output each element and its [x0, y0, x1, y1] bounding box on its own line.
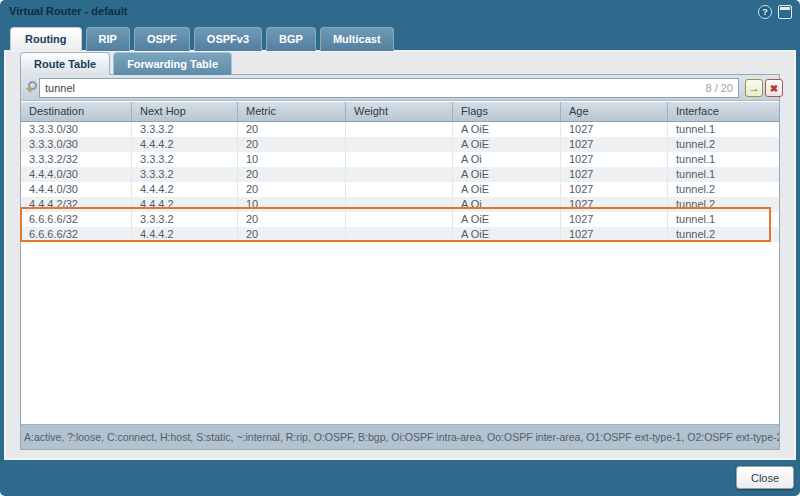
table-cell: [346, 137, 453, 152]
table-cell: 1027: [561, 152, 668, 167]
table-cell: 20: [238, 182, 346, 197]
table-cell: A OiE: [453, 212, 561, 227]
close-button[interactable]: Close: [736, 466, 794, 489]
table-cell: [346, 152, 453, 167]
tab-multicast[interactable]: Multicast: [320, 27, 394, 51]
table-cell: 20: [238, 137, 346, 152]
table-cell: [346, 122, 453, 137]
table-cell: tunnel.1: [668, 212, 779, 227]
table-cell: 3.3.3.2/32: [21, 152, 132, 167]
apply-filter-button[interactable]: →: [745, 79, 763, 97]
column-header-next-hop[interactable]: Next Hop: [132, 102, 238, 121]
table-cell: [346, 167, 453, 182]
virtual-router-dialog: Virtual Router - default ? Routing RIP O…: [0, 0, 800, 496]
column-header-metric[interactable]: Metric: [238, 102, 346, 121]
table-cell: [346, 227, 453, 242]
table-cell: A Oi: [453, 152, 561, 167]
table-cell: 4.4.4.0/30: [21, 167, 132, 182]
table-cell: A OiE: [453, 182, 561, 197]
table-cell: 6.6.6.6/32: [21, 227, 132, 242]
table-cell: 3.3.3.2: [132, 122, 238, 137]
table-cell: A OiE: [453, 137, 561, 152]
column-header-age[interactable]: Age: [561, 102, 668, 121]
tab-bgp[interactable]: BGP: [266, 27, 316, 51]
table-cell: 20: [238, 227, 346, 242]
search-input[interactable]: [39, 78, 739, 98]
route-table-body: 3.3.3.0/303.3.3.220A OiE1027tunnel.13.3.…: [21, 122, 779, 242]
search-bar: 8 / 20 → ✖: [21, 75, 779, 101]
table-cell: 1027: [561, 212, 668, 227]
table-row[interactable]: 3.3.3.2/323.3.3.210A Oi1027tunnel.1: [21, 152, 779, 167]
table-cell: tunnel.1: [668, 167, 779, 182]
table-cell: 10: [238, 152, 346, 167]
table-cell: 3.3.3.0/30: [21, 137, 132, 152]
table-cell: [346, 197, 453, 212]
table-row[interactable]: 3.3.3.0/304.4.4.220A OiE1027tunnel.2: [21, 137, 779, 152]
table-cell: tunnel.1: [668, 152, 779, 167]
table-cell: 20: [238, 122, 346, 137]
table-cell: 4.4.4.0/30: [21, 182, 132, 197]
table-row[interactable]: 3.3.3.0/303.3.3.220A OiE1027tunnel.1: [21, 122, 779, 137]
table-row[interactable]: 4.4.4.0/304.4.4.220A OiE1027tunnel.2: [21, 182, 779, 197]
help-icon[interactable]: ?: [758, 5, 772, 19]
table-cell: 4.4.4.2: [132, 227, 238, 242]
search-icon: [28, 81, 37, 90]
table-cell: 1027: [561, 122, 668, 137]
table-row[interactable]: 4.4.4.2/324.4.4.210A Oi1027tunnel.2: [21, 197, 779, 212]
tab-rip[interactable]: RIP: [86, 27, 130, 51]
table-cell: 1027: [561, 137, 668, 152]
dialog-title: Virtual Router - default: [9, 5, 127, 17]
table-cell: tunnel.2: [668, 197, 779, 212]
table-cell: A OiE: [453, 227, 561, 242]
table-cell: 3.3.3.2: [132, 152, 238, 167]
clear-filter-button[interactable]: ✖: [765, 79, 783, 97]
table-cell: A OiE: [453, 167, 561, 182]
table-cell: 4.4.4.2: [132, 197, 238, 212]
column-header-weight[interactable]: Weight: [346, 102, 453, 121]
table-cell: 3.3.3.0/30: [21, 122, 132, 137]
table-cell: tunnel.2: [668, 182, 779, 197]
table-cell: 4.4.4.2/32: [21, 197, 132, 212]
search-input-wrap: 8 / 20: [39, 78, 739, 98]
column-header-destination[interactable]: Destination: [21, 102, 132, 121]
table-row[interactable]: 4.4.4.0/303.3.3.220A OiE1027tunnel.1: [21, 167, 779, 182]
table-cell: [346, 182, 453, 197]
table-cell: tunnel.1: [668, 122, 779, 137]
table-cell: tunnel.2: [668, 227, 779, 242]
title-bar-icons: ?: [758, 5, 792, 19]
table-cell: 1027: [561, 227, 668, 242]
tab-routing[interactable]: Routing: [10, 27, 82, 51]
table-cell: 1027: [561, 182, 668, 197]
route-table-panel: 8 / 20 → ✖ Destination Next Hop Metric W…: [20, 74, 780, 450]
table-cell: 1027: [561, 167, 668, 182]
title-bar: Virtual Router - default ?: [0, 0, 800, 26]
tab-ospfv3[interactable]: OSPFv3: [194, 27, 262, 51]
table-cell: A OiE: [453, 122, 561, 137]
table-row[interactable]: 6.6.6.6/323.3.3.220A OiE1027tunnel.1: [21, 212, 779, 227]
tab-route-table[interactable]: Route Table: [20, 52, 110, 75]
tab-ospf[interactable]: OSPF: [134, 27, 190, 51]
table-cell: 20: [238, 212, 346, 227]
tab-forwarding-table[interactable]: Forwarding Table: [113, 52, 232, 75]
content-area: Route Table Forwarding Table 8 / 20 → ✖ …: [4, 50, 796, 460]
table-cell: [346, 212, 453, 227]
table-cell: 6.6.6.6/32: [21, 212, 132, 227]
table-cell: A Oi: [453, 197, 561, 212]
flags-legend: A:active, ?:loose, C:connect, H:host, S:…: [21, 424, 779, 449]
sub-tab-strip: Route Table Forwarding Table: [20, 52, 232, 75]
table-cell: 3.3.3.2: [132, 167, 238, 182]
table-row[interactable]: 6.6.6.6/324.4.4.220A OiE1027tunnel.2: [21, 227, 779, 242]
column-header-interface[interactable]: Interface: [668, 102, 779, 121]
table-header: Destination Next Hop Metric Weight Flags…: [21, 102, 779, 122]
window-restore-icon[interactable]: [778, 5, 792, 19]
table-cell: 4.4.4.2: [132, 182, 238, 197]
table-cell: 3.3.3.2: [132, 212, 238, 227]
column-header-flags[interactable]: Flags: [453, 102, 561, 121]
table-cell: 4.4.4.2: [132, 137, 238, 152]
table-cell: 1027: [561, 197, 668, 212]
table-cell: tunnel.2: [668, 137, 779, 152]
main-tab-strip: Routing RIP OSPF OSPFv3 BGP Multicast: [10, 27, 394, 51]
table-cell: 20: [238, 167, 346, 182]
table-cell: 10: [238, 197, 346, 212]
